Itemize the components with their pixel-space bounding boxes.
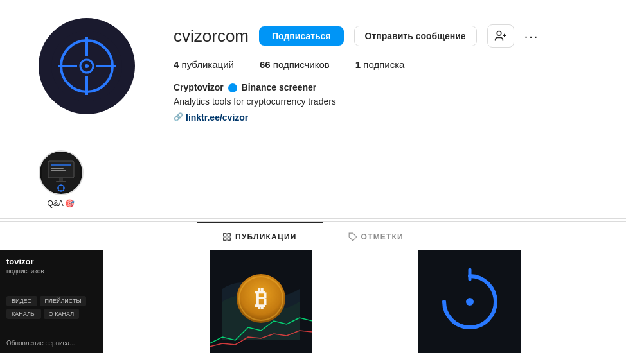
post-item-1[interactable]: tovizor подписчиков ВИДЕО ПЛЕЙЛИСТЫ КАНА… [0, 250, 103, 353]
add-user-button[interactable] [487, 24, 514, 48]
posts-grid: tovizor подписчиков ВИДЕО ПЛЕЙЛИСТЫ КАНА… [0, 250, 626, 353]
svg-point-3 [85, 64, 89, 68]
bio-link-url[interactable]: linktr.ee/cvizor [186, 110, 248, 125]
subscribe-button[interactable]: Подписаться [259, 26, 344, 46]
post-item-3[interactable] [418, 250, 521, 353]
following-stat[interactable]: 1 подписка [355, 59, 405, 70]
tabs-section: ПУБЛИКАЦИИ ОТМЕТКИ [0, 221, 626, 250]
stats-row: 4 публикаций 66 подписчиков 1 подписка [174, 59, 600, 70]
svg-rect-26 [228, 238, 230, 240]
svg-rect-13 [51, 164, 71, 166]
tab-posts[interactable]: ПУБЛИКАЦИИ [197, 222, 322, 250]
svg-rect-17 [56, 181, 66, 182]
highlight-qa[interactable]: Q&A 🎯 [39, 150, 84, 208]
profile-header: cvizorcom Подписаться Отправить сообщени… [174, 24, 600, 48]
post-item-2[interactable]: ₿ [210, 250, 312, 353]
verified-dot [228, 83, 237, 92]
svg-point-8 [497, 31, 501, 36]
section-divider [0, 218, 626, 219]
bio-description: Analytics tools for cryptocurrency trade… [174, 94, 600, 108]
tab-tagged[interactable]: ОТМЕТКИ [323, 222, 429, 250]
svg-text:₿: ₿ [255, 286, 267, 312]
profile-info: cvizorcom Подписаться Отправить сообщени… [174, 18, 600, 125]
svg-point-32 [466, 298, 474, 306]
bio-name-line: Cryptovizor Binance screener [174, 80, 600, 94]
more-button[interactable]: ··· [524, 29, 539, 44]
svg-rect-24 [228, 234, 230, 236]
svg-rect-25 [224, 238, 226, 240]
message-button[interactable]: Отправить сообщение [354, 26, 477, 46]
svg-rect-14 [51, 168, 64, 169]
link-icon: 🔗 [174, 111, 183, 123]
svg-rect-23 [224, 234, 226, 236]
svg-rect-12 [48, 161, 74, 178]
grid-icon [222, 232, 231, 241]
avatar [39, 18, 135, 114]
highlights-section: Q&A 🎯 [0, 137, 626, 218]
username: cvizorcom [174, 26, 249, 46]
highlight-label-qa: Q&A 🎯 [47, 199, 75, 208]
bio-section: Cryptovizor Binance screener Analytics t… [174, 80, 600, 125]
post-1-buttons: ВИДЕО ПЛЕЙЛИСТЫ КАНАЛЫ О КАНАЛ [6, 296, 96, 319]
chart-overlay [210, 311, 312, 350]
followers-stat[interactable]: 66 подписчиков [260, 59, 330, 70]
highlight-circle-qa [39, 150, 84, 195]
profile-section: cvizorcom Подписаться Отправить сообщени… [0, 0, 626, 137]
avatar-image [39, 18, 135, 114]
bio-link[interactable]: 🔗 linktr.ee/cvizor [174, 110, 600, 125]
tag-icon [348, 232, 357, 241]
post-3-logo [434, 266, 505, 337]
svg-rect-15 [51, 170, 66, 171]
posts-stat: 4 публикаций [174, 59, 234, 70]
post-1-text: tovizor подписчиков [6, 257, 96, 275]
svg-rect-16 [59, 178, 63, 181]
